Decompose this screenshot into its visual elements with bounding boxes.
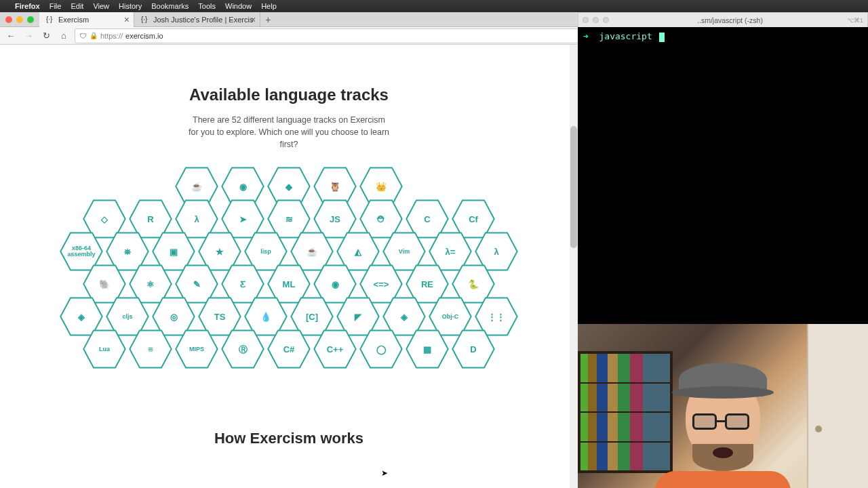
track-label: ≋ (285, 215, 293, 224)
term-max-button[interactable] (603, 17, 609, 23)
shield-icon: 🛡 (79, 32, 87, 40)
webcam-feed (578, 324, 868, 488)
track-label: ✎ (193, 280, 201, 289)
language-tracks-grid: ☕◉◆🦉👑 ◇Rλ➤≋JS⛑CCf x86-64assembly⛯▣★lisp☕… (0, 174, 578, 369)
track-label: [C] (306, 312, 318, 322)
track-label: cljs (122, 314, 132, 320)
next-section-heading: How Exercism works (0, 430, 578, 447)
menu-view[interactable]: View (93, 2, 109, 10)
url-scheme: https:// (100, 32, 123, 40)
menu-edit[interactable]: Edit (71, 2, 83, 10)
track-label: MIPS (189, 346, 204, 352)
menu-history[interactable]: History (119, 2, 142, 10)
track-label: Ⓡ (239, 345, 248, 354)
track-hex-csharp[interactable]: C# (267, 329, 311, 369)
term-min-button[interactable] (593, 17, 599, 23)
window-controls (0, 16, 39, 23)
tab-exercism[interactable]: {·} Exercism × (39, 12, 134, 27)
tab-favicon-icon: {·} (141, 16, 149, 24)
terminal-cwd: javascript (599, 31, 652, 41)
close-tab-icon[interactable]: × (250, 14, 256, 25)
track-label: ⚛ (146, 280, 155, 289)
track-label: Vim (399, 249, 410, 255)
track-hex-rust[interactable]: Ⓡ (221, 329, 264, 369)
track-label: 💧 (260, 312, 271, 322)
close-window-button[interactable] (5, 16, 12, 23)
tab-title: Josh Justice's Profile | Exercis (153, 16, 253, 24)
track-hex-perl[interactable]: ◯ (359, 329, 403, 369)
track-label: x86-64assembly (67, 245, 95, 258)
terminal-titlebar: ..sm/javascript (-zsh) ⌥⌘1 (578, 12, 868, 27)
track-label: 🦉 (330, 182, 340, 192)
track-label: C++ (327, 345, 344, 354)
track-label: ◉ (239, 182, 247, 192)
page-heading: Available language tracks (0, 85, 578, 104)
door (807, 324, 868, 488)
tab-favicon-icon: {·} (46, 16, 54, 24)
track-label: Lua (99, 346, 110, 352)
track-hex-mips[interactable]: MIPS (175, 329, 218, 369)
forward-button[interactable]: → (22, 29, 35, 43)
track-label: ⛯ (123, 247, 132, 257)
person (662, 352, 784, 488)
track-label: RE (421, 280, 433, 289)
track-hex-cpp[interactable]: C++ (313, 329, 357, 369)
track-label: Obj-C (442, 314, 459, 320)
track-label: C# (283, 345, 295, 354)
track-label: ☕ (307, 247, 317, 257)
track-hex-elm[interactable]: ▦ (406, 329, 449, 369)
track-label: ◉ (332, 280, 339, 289)
scrollbar[interactable] (570, 45, 578, 488)
menu-tools[interactable]: Tools (198, 2, 216, 10)
track-label: ◈ (78, 312, 85, 322)
track-label: ML (283, 280, 296, 289)
menubar-app[interactable]: Firefox (15, 2, 40, 10)
track-label: 🐘 (99, 280, 110, 289)
reload-button[interactable]: ↻ (39, 29, 53, 43)
menu-window[interactable]: Window (225, 2, 252, 10)
track-label: ◤ (355, 312, 361, 322)
url-host: exercism.io (125, 32, 163, 40)
track-label: λ= (446, 247, 456, 257)
track-label: ➤ (239, 215, 247, 224)
terminal-cursor-icon (659, 33, 665, 42)
track-label: D (470, 345, 476, 354)
terminal-body[interactable]: ➜ javascript (578, 27, 868, 324)
track-label: JS (330, 215, 340, 224)
menu-bookmarks[interactable]: Bookmarks (151, 2, 189, 10)
menu-help[interactable]: Help (261, 2, 277, 10)
close-tab-icon[interactable]: × (124, 14, 130, 25)
maximize-window-button[interactable] (27, 16, 34, 23)
track-label: ◭ (355, 247, 361, 257)
bookshelf (578, 351, 673, 473)
tab-title: Exercism (58, 16, 89, 24)
new-tab-button[interactable]: + (260, 14, 275, 25)
terminal-title: ..sm/javascript (-zsh) (613, 16, 847, 24)
track-label: 👑 (376, 182, 387, 192)
track-label: ⛑ (377, 215, 386, 224)
term-close-button[interactable] (583, 17, 589, 23)
track-label: ★ (216, 247, 224, 257)
terminal-window[interactable]: ..sm/javascript (-zsh) ⌥⌘1 ➜ javascript (578, 12, 868, 324)
track-label: λ (494, 247, 498, 257)
track-hex-plsql[interactable]: ≡ (129, 329, 172, 369)
minimize-window-button[interactable] (16, 16, 23, 23)
browser-viewport: Available language tracks There are 52 d… (0, 45, 578, 488)
track-label: ≡ (148, 345, 153, 354)
tab-profile[interactable]: {·} Josh Justice's Profile | Exercis × (134, 12, 260, 27)
home-button[interactable]: ⌂ (57, 29, 71, 43)
track-hex-lua[interactable]: Lua (83, 329, 126, 369)
menu-file[interactable]: File (50, 2, 62, 10)
track-label: 🐍 (468, 280, 479, 289)
scroll-thumb[interactable] (570, 126, 577, 248)
track-label: ◆ (285, 182, 292, 192)
track-label: ◯ (376, 345, 387, 354)
track-label: ◇ (101, 215, 108, 224)
back-button[interactable]: ← (4, 29, 18, 43)
track-label: R (147, 215, 153, 224)
track-label: ◎ (170, 312, 178, 322)
track-label: <=> (374, 280, 389, 289)
track-label: lisp (260, 249, 271, 255)
macos-menubar: Firefox File Edit View History Bookmarks… (0, 0, 868, 12)
track-hex-d[interactable]: D (452, 329, 495, 369)
